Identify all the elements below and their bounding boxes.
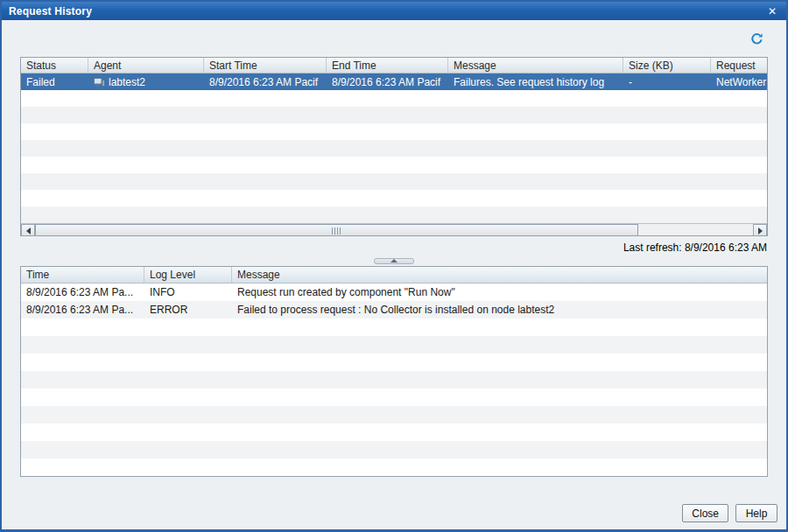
empty-row bbox=[21, 354, 767, 371]
column-header-log-level[interactable]: Log Level bbox=[144, 267, 232, 283]
column-header-end-time[interactable]: End Time bbox=[327, 58, 448, 73]
column-header-request[interactable]: Request bbox=[711, 58, 767, 73]
close-button[interactable]: Close bbox=[682, 504, 728, 522]
column-header-message[interactable]: Message bbox=[448, 58, 623, 73]
window-title: Request History bbox=[9, 5, 765, 18]
log-message-cell: Failed to process request : No Collector… bbox=[232, 301, 767, 318]
column-header-status[interactable]: Status bbox=[21, 58, 88, 73]
last-refresh-label: Last refresh: 8/9/2016 6:23 AM bbox=[623, 242, 767, 254]
splitter-handle[interactable] bbox=[374, 258, 414, 264]
empty-row bbox=[21, 424, 767, 441]
size-cell: - bbox=[623, 74, 711, 90]
empty-row bbox=[21, 318, 767, 336]
request-history-dialog: Request History ✕ Status Agent Start Tim… bbox=[0, 0, 788, 532]
status-cell: Failed bbox=[21, 74, 88, 90]
empty-row bbox=[21, 107, 767, 123]
request-table: Status Agent Start Time End Time Message… bbox=[20, 57, 768, 236]
column-header-size[interactable]: Size (KB) bbox=[623, 58, 711, 73]
empty-row bbox=[21, 441, 767, 458]
empty-row bbox=[21, 458, 767, 476]
log-message-cell: Request run created by component "Run No… bbox=[232, 284, 767, 301]
empty-row bbox=[21, 371, 767, 388]
empty-row bbox=[21, 406, 767, 424]
empty-row bbox=[21, 173, 767, 190]
right-arrow-icon bbox=[758, 228, 763, 234]
empty-row bbox=[21, 157, 767, 173]
status-line: Last refresh: 8/9/2016 6:23 AM bbox=[2, 236, 786, 256]
empty-row bbox=[21, 190, 767, 206]
log-row[interactable]: 8/9/2016 6:23 AM Pa... INFO Request run … bbox=[21, 284, 767, 301]
empty-row bbox=[21, 123, 767, 140]
title-bar[interactable]: Request History ✕ bbox=[2, 2, 786, 20]
request-table-header: Status Agent Start Time End Time Message… bbox=[21, 58, 767, 74]
close-icon[interactable]: ✕ bbox=[765, 5, 779, 18]
toolbar bbox=[2, 20, 786, 57]
empty-row bbox=[21, 336, 767, 354]
empty-row bbox=[21, 206, 767, 223]
table-row[interactable]: Failed labtest2 8/9/2016 6:23 AM Pacif 8… bbox=[21, 74, 767, 90]
log-level-cell: INFO bbox=[144, 284, 232, 301]
log-row[interactable]: 8/9/2016 6:23 AM Pa... ERROR Failed to p… bbox=[21, 301, 767, 318]
empty-row bbox=[21, 388, 767, 406]
scrollbar-track[interactable] bbox=[35, 224, 753, 236]
start-time-cell: 8/9/2016 6:23 AM Pacif bbox=[204, 74, 327, 90]
column-header-agent[interactable]: Agent bbox=[88, 58, 204, 73]
log-table-header: Time Log Level Message bbox=[21, 267, 767, 284]
log-table: Time Log Level Message 8/9/2016 6:23 AM … bbox=[20, 266, 768, 477]
refresh-icon[interactable] bbox=[750, 32, 763, 46]
column-header-log-message[interactable]: Message bbox=[232, 267, 767, 283]
column-header-start-time[interactable]: Start Time bbox=[204, 58, 327, 73]
end-time-cell: 8/9/2016 6:23 AM Pacif bbox=[327, 74, 448, 90]
log-time-cell: 8/9/2016 6:23 AM Pa... bbox=[21, 284, 144, 301]
empty-row bbox=[21, 90, 767, 107]
scroll-left-button[interactable] bbox=[21, 224, 35, 236]
log-time-cell: 8/9/2016 6:23 AM Pa... bbox=[21, 301, 144, 318]
dialog-footer: Close Help bbox=[2, 477, 786, 529]
computer-icon bbox=[94, 77, 105, 88]
scroll-right-button[interactable] bbox=[753, 224, 767, 236]
scrollbar-thumb[interactable] bbox=[35, 224, 638, 236]
empty-row bbox=[21, 140, 767, 157]
request-cell: NetWorker bbox=[711, 74, 767, 90]
message-cell: Failures. See request history log bbox=[448, 74, 623, 90]
left-arrow-icon bbox=[26, 228, 31, 234]
log-level-cell: ERROR bbox=[144, 301, 232, 318]
horizontal-scrollbar[interactable] bbox=[21, 223, 767, 236]
agent-name: labtest2 bbox=[109, 76, 145, 88]
column-header-time[interactable]: Time bbox=[21, 267, 144, 283]
collapse-icon bbox=[390, 259, 398, 262]
help-button[interactable]: Help bbox=[735, 504, 777, 522]
agent-cell: labtest2 bbox=[88, 74, 204, 90]
panel-splitter[interactable] bbox=[2, 256, 786, 266]
